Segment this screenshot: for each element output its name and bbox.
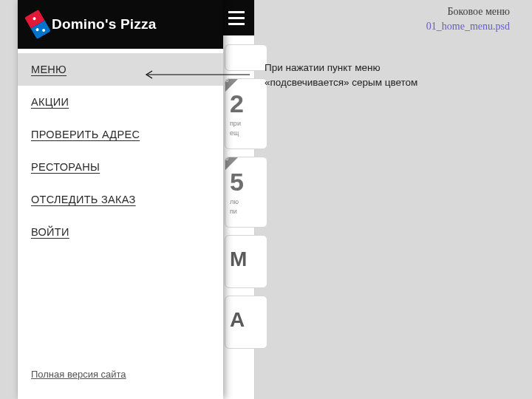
annotation-text: При нажатии пункт меню «подсвечивается» … (265, 61, 457, 89)
page-title: Боковое меню (426, 4, 510, 19)
sidebar-item-label: ПРОВЕРИТЬ АДРЕС (31, 129, 140, 140)
drawer-header: Domino's Pizza (18, 0, 223, 49)
brand-logo[interactable]: Domino's Pizza (30, 12, 156, 37)
tile1-letter: M (230, 248, 262, 271)
brand-name: Domino's Pizza (52, 16, 156, 33)
promo2-line1: лю (230, 198, 262, 206)
bg-card-promo1: 2 при ещ (225, 78, 267, 149)
sidebar-item-restaurants[interactable]: РЕСТОРАНЫ (18, 151, 223, 183)
sidebar-item-check-address[interactable]: ПРОВЕРИТЬ АДРЕС (18, 118, 223, 151)
sidebar-item-menu[interactable]: МЕНЮ (18, 53, 223, 86)
full-site-link[interactable]: Полная версия сайта (18, 369, 223, 399)
hamburger-icon[interactable] (226, 7, 247, 28)
domino-icon (24, 10, 51, 39)
bg-card-tile2: А (225, 296, 267, 349)
tile2-letter: А (230, 308, 262, 332)
background-cards: 2 при ещ 5 лю пи M А (225, 44, 267, 349)
sidebar-item-promos[interactable]: АКЦИИ (18, 86, 223, 118)
device-frame: 2 при ещ 5 лю пи M А Domino's Pizza (18, 0, 254, 399)
page-label: Боковое меню 01_home_menu.psd (426, 4, 510, 33)
sidebar-item-label: АКЦИИ (31, 96, 69, 108)
page-filename: 01_home_menu.psd (426, 19, 510, 34)
sidebar-item-track-order[interactable]: ОТСЛЕДИТЬ ЗАКАЗ (18, 183, 223, 216)
full-site-label: Полная версия сайта (31, 369, 126, 380)
bg-card-top (225, 44, 267, 71)
bg-card-tile1: M (225, 235, 267, 288)
promo2-line2: пи (230, 208, 262, 216)
sidebar-item-label: РЕСТОРАНЫ (31, 161, 100, 173)
sidebar-item-label: ВОЙТИ (31, 226, 69, 238)
sidebar-item-label: МЕНЮ (31, 64, 66, 75)
promo2-number: 5 (230, 168, 262, 197)
promo1-number: 2 (230, 89, 262, 118)
side-drawer: Domino's Pizza МЕНЮ АКЦИИ ПРОВЕРИТЬ АДРЕ… (18, 0, 223, 399)
sidebar-menu: МЕНЮ АКЦИИ ПРОВЕРИТЬ АДРЕС РЕСТОРАНЫ ОТС… (18, 49, 223, 248)
bg-card-promo2: 5 лю пи (225, 157, 267, 228)
promo1-line1: при (230, 120, 262, 128)
sidebar-item-login[interactable]: ВОЙТИ (18, 216, 223, 248)
sidebar-item-label: ОТСЛЕДИТЬ ЗАКАЗ (31, 194, 136, 205)
promo1-line2: ещ (230, 129, 262, 137)
